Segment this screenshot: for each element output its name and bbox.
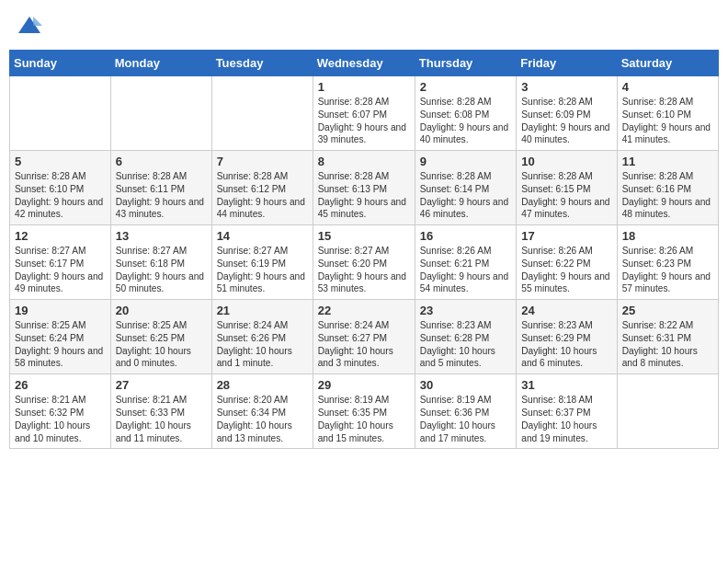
calendar-cell: 19Sunrise: 8:25 AM Sunset: 6:24 PM Dayli… — [10, 300, 111, 374]
day-header-monday: Monday — [110, 51, 211, 76]
calendar-week-4: 26Sunrise: 8:21 AM Sunset: 6:32 PM Dayli… — [10, 374, 719, 449]
day-number: 2 — [420, 80, 511, 94]
calendar-cell — [110, 76, 211, 151]
calendar-week-1: 5Sunrise: 8:28 AM Sunset: 6:10 PM Daylig… — [10, 151, 719, 225]
logo — [15, 13, 42, 39]
calendar-cell: 29Sunrise: 8:19 AM Sunset: 6:35 PM Dayli… — [313, 374, 415, 449]
day-info: Sunrise: 8:19 AM Sunset: 6:36 PM Dayligh… — [420, 394, 511, 444]
day-info: Sunrise: 8:21 AM Sunset: 6:32 PM Dayligh… — [15, 394, 106, 444]
calendar-cell: 28Sunrise: 8:20 AM Sunset: 6:34 PM Dayli… — [211, 374, 313, 449]
day-number: 9 — [420, 155, 511, 168]
calendar-cell: 10Sunrise: 8:28 AM Sunset: 6:15 PM Dayli… — [517, 151, 617, 225]
day-number: 14 — [217, 229, 308, 243]
day-info: Sunrise: 8:24 AM Sunset: 6:27 PM Dayligh… — [318, 319, 410, 370]
calendar-cell: 8Sunrise: 8:28 AM Sunset: 6:13 PM Daylig… — [313, 151, 415, 225]
calendar-cell: 2Sunrise: 8:28 AM Sunset: 6:08 PM Daylig… — [415, 76, 516, 151]
day-number: 22 — [318, 304, 410, 317]
calendar-cell: 3Sunrise: 8:28 AM Sunset: 6:09 PM Daylig… — [517, 76, 617, 151]
calendar-cell: 9Sunrise: 8:28 AM Sunset: 6:14 PM Daylig… — [415, 151, 516, 225]
calendar-cell: 26Sunrise: 8:21 AM Sunset: 6:32 PM Dayli… — [10, 374, 111, 449]
calendar-table: SundayMondayTuesdayWednesdayThursdayFrid… — [9, 50, 719, 449]
day-info: Sunrise: 8:28 AM Sunset: 6:07 PM Dayligh… — [318, 96, 410, 146]
calendar-cell: 20Sunrise: 8:25 AM Sunset: 6:25 PM Dayli… — [110, 300, 211, 374]
calendar-cell: 6Sunrise: 8:28 AM Sunset: 6:11 PM Daylig… — [110, 151, 211, 225]
calendar-week-3: 19Sunrise: 8:25 AM Sunset: 6:24 PM Dayli… — [10, 300, 719, 374]
day-number: 1 — [318, 80, 410, 94]
day-info: Sunrise: 8:26 AM Sunset: 6:23 PM Dayligh… — [622, 245, 713, 295]
calendar-cell: 24Sunrise: 8:23 AM Sunset: 6:29 PM Dayli… — [517, 300, 617, 374]
calendar-cell: 30Sunrise: 8:19 AM Sunset: 6:36 PM Dayli… — [415, 374, 516, 449]
calendar-cell: 17Sunrise: 8:26 AM Sunset: 6:22 PM Dayli… — [517, 225, 617, 300]
day-info: Sunrise: 8:25 AM Sunset: 6:24 PM Dayligh… — [15, 319, 106, 370]
day-number: 30 — [420, 378, 511, 392]
calendar-cell: 5Sunrise: 8:28 AM Sunset: 6:10 PM Daylig… — [10, 151, 111, 225]
day-number: 12 — [15, 229, 106, 243]
calendar-cell: 7Sunrise: 8:28 AM Sunset: 6:12 PM Daylig… — [211, 151, 313, 225]
calendar-cell: 15Sunrise: 8:27 AM Sunset: 6:20 PM Dayli… — [313, 225, 415, 300]
day-info: Sunrise: 8:28 AM Sunset: 6:11 PM Dayligh… — [116, 170, 207, 221]
day-info: Sunrise: 8:21 AM Sunset: 6:33 PM Dayligh… — [116, 394, 207, 444]
day-info: Sunrise: 8:28 AM Sunset: 6:13 PM Dayligh… — [318, 170, 410, 221]
day-number: 21 — [217, 304, 308, 317]
day-number: 27 — [116, 378, 207, 392]
day-number: 4 — [622, 80, 713, 94]
day-number: 25 — [622, 304, 713, 317]
day-info: Sunrise: 8:28 AM Sunset: 6:15 PM Dayligh… — [521, 170, 611, 221]
calendar-cell: 25Sunrise: 8:22 AM Sunset: 6:31 PM Dayli… — [617, 300, 718, 374]
day-info: Sunrise: 8:25 AM Sunset: 6:25 PM Dayligh… — [116, 319, 207, 370]
day-info: Sunrise: 8:26 AM Sunset: 6:21 PM Dayligh… — [420, 245, 511, 295]
calendar-header-row: SundayMondayTuesdayWednesdayThursdayFrid… — [10, 51, 719, 76]
day-info: Sunrise: 8:28 AM Sunset: 6:09 PM Dayligh… — [521, 96, 611, 146]
day-number: 24 — [521, 304, 611, 317]
day-number: 18 — [622, 229, 713, 243]
day-header-saturday: Saturday — [617, 51, 718, 76]
day-info: Sunrise: 8:24 AM Sunset: 6:26 PM Dayligh… — [217, 319, 308, 370]
calendar-cell: 14Sunrise: 8:27 AM Sunset: 6:19 PM Dayli… — [211, 225, 313, 300]
day-header-sunday: Sunday — [10, 51, 111, 76]
day-header-thursday: Thursday — [415, 51, 516, 76]
day-number: 17 — [521, 229, 611, 243]
calendar-week-0: 1Sunrise: 8:28 AM Sunset: 6:07 PM Daylig… — [10, 76, 719, 151]
day-number: 6 — [116, 155, 207, 168]
day-number: 7 — [217, 155, 308, 168]
calendar-cell: 23Sunrise: 8:23 AM Sunset: 6:28 PM Dayli… — [415, 300, 516, 374]
day-header-tuesday: Tuesday — [211, 51, 313, 76]
day-info: Sunrise: 8:18 AM Sunset: 6:37 PM Dayligh… — [521, 394, 611, 444]
day-header-wednesday: Wednesday — [313, 51, 415, 76]
day-info: Sunrise: 8:28 AM Sunset: 6:14 PM Dayligh… — [420, 170, 511, 221]
calendar-week-2: 12Sunrise: 8:27 AM Sunset: 6:17 PM Dayli… — [10, 225, 719, 300]
page-header — [9, 9, 719, 42]
day-number: 31 — [521, 378, 611, 392]
day-number: 26 — [15, 378, 106, 392]
day-info: Sunrise: 8:27 AM Sunset: 6:20 PM Dayligh… — [318, 245, 410, 295]
calendar-cell: 13Sunrise: 8:27 AM Sunset: 6:18 PM Dayli… — [110, 225, 211, 300]
day-info: Sunrise: 8:27 AM Sunset: 6:18 PM Dayligh… — [116, 245, 207, 295]
calendar-cell — [10, 76, 111, 151]
calendar-cell: 22Sunrise: 8:24 AM Sunset: 6:27 PM Dayli… — [313, 300, 415, 374]
day-info: Sunrise: 8:28 AM Sunset: 6:16 PM Dayligh… — [622, 170, 713, 221]
calendar-cell: 16Sunrise: 8:26 AM Sunset: 6:21 PM Dayli… — [415, 225, 516, 300]
day-info: Sunrise: 8:28 AM Sunset: 6:12 PM Dayligh… — [217, 170, 308, 221]
day-number: 29 — [318, 378, 410, 392]
day-number: 19 — [15, 304, 106, 317]
day-info: Sunrise: 8:27 AM Sunset: 6:19 PM Dayligh… — [217, 245, 308, 295]
calendar-cell: 11Sunrise: 8:28 AM Sunset: 6:16 PM Dayli… — [617, 151, 718, 225]
day-info: Sunrise: 8:22 AM Sunset: 6:31 PM Dayligh… — [622, 319, 713, 370]
day-info: Sunrise: 8:23 AM Sunset: 6:29 PM Dayligh… — [521, 319, 611, 370]
day-number: 20 — [116, 304, 207, 317]
calendar-cell: 1Sunrise: 8:28 AM Sunset: 6:07 PM Daylig… — [313, 76, 415, 151]
day-number: 16 — [420, 229, 511, 243]
day-number: 11 — [622, 155, 713, 168]
day-info: Sunrise: 8:28 AM Sunset: 6:08 PM Dayligh… — [420, 96, 511, 146]
day-info: Sunrise: 8:27 AM Sunset: 6:17 PM Dayligh… — [15, 245, 106, 295]
day-info: Sunrise: 8:20 AM Sunset: 6:34 PM Dayligh… — [217, 394, 308, 444]
day-number: 10 — [521, 155, 611, 168]
day-info: Sunrise: 8:23 AM Sunset: 6:28 PM Dayligh… — [420, 319, 511, 370]
calendar-cell: 12Sunrise: 8:27 AM Sunset: 6:17 PM Dayli… — [10, 225, 111, 300]
day-number: 8 — [318, 155, 410, 168]
day-number: 5 — [15, 155, 106, 168]
calendar-cell — [617, 374, 718, 449]
day-info: Sunrise: 8:28 AM Sunset: 6:10 PM Dayligh… — [15, 170, 106, 221]
calendar-cell: 21Sunrise: 8:24 AM Sunset: 6:26 PM Dayli… — [211, 300, 313, 374]
day-info: Sunrise: 8:28 AM Sunset: 6:10 PM Dayligh… — [622, 96, 713, 146]
